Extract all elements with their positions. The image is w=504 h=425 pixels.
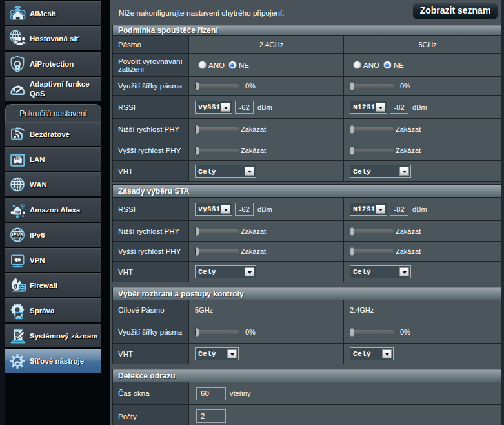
svg-text:IPV6: IPV6 xyxy=(12,232,23,238)
